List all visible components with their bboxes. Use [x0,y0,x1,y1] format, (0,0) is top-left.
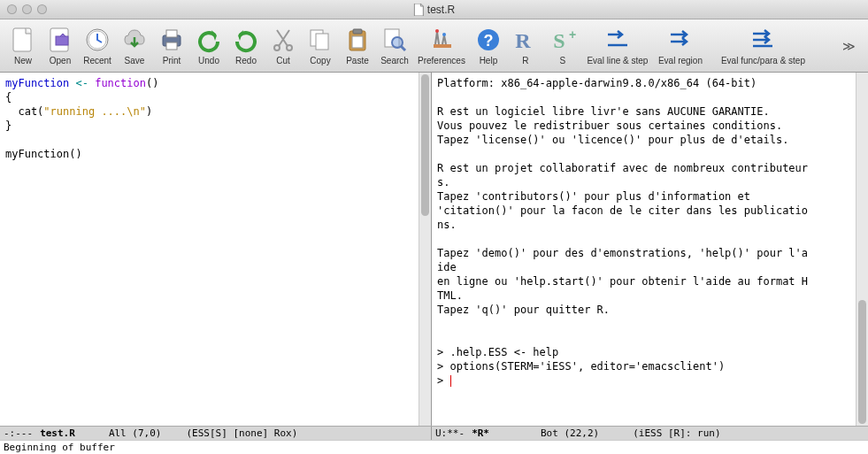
console-line: R est un projet collaboratif avec de nom… [437,162,808,174]
eval-func-icon [749,26,777,54]
svg-rect-17 [434,44,451,48]
toolbar-overflow-button[interactable]: ≫ [842,39,863,53]
source-code[interactable]: myFunction <- function() { cat("running … [0,73,431,165]
editor-area: myFunction <- function() { cat("running … [0,73,868,426]
redo-icon [232,26,260,54]
left-modeline[interactable]: -:--- test.R All (7,0) (ESS[S] [none] Ro… [0,427,432,440]
zoom-window-button[interactable] [37,4,47,14]
undo-label: Undo [198,56,219,65]
window-title-text: test.R [427,4,455,16]
left-pane[interactable]: myFunction <- function() { cat("running … [0,73,432,426]
preferences-button[interactable]: Preferences [414,24,469,67]
modeline-position: All (7,0) [105,427,165,440]
code-token: cat( [5,105,43,118]
svg-text:?: ? [483,32,493,50]
minibuffer-text: Beginning of buffer [4,442,115,453]
console-line: Tapez 'q()' pour quitter R. [437,304,610,316]
minimize-window-button[interactable] [22,4,32,14]
help-label: Help [480,56,498,65]
copy-button[interactable]: Copy [303,24,338,67]
console-line: ide [437,261,457,273]
recent-button[interactable]: Recent [80,24,115,67]
modeline-modes: (ESS[S] [none] Rox) [182,427,301,440]
print-button[interactable]: Print [154,24,189,67]
cursor [450,375,451,387]
svg-text:+: + [569,27,576,42]
search-button[interactable]: Search [377,24,412,67]
right-scrollbar[interactable] [856,73,868,426]
modeline-modes: (iESS [R]: run) [629,427,724,440]
eval-func-label: Eval func/para & step [721,56,805,65]
save-button[interactable]: Save [117,24,152,67]
code-token: myFunction() [5,148,82,160]
r-label: R [522,56,528,65]
help-icon: ? [474,26,503,54]
svg-rect-11 [316,34,328,50]
code-token: "running ....\n" [43,105,146,118]
help-button[interactable]: ? Help [471,24,506,67]
right-pane[interactable]: Platform: x86_64-apple-darwin9.8.0/x86_6… [432,73,868,426]
r-console-output[interactable]: Platform: x86_64-apple-darwin9.8.0/x86_6… [432,73,868,391]
console-line: Tapez 'license()' ou 'licence()' pour pl… [437,134,788,146]
save-icon [120,26,149,54]
paste-icon [343,26,372,54]
modeline-prefix: -:--- [0,427,36,440]
console-line: > [437,374,449,387]
eval-region-button[interactable]: Eval region [655,24,706,67]
eval-region-label: Eval region [658,56,703,65]
preferences-icon [427,26,456,54]
s-button[interactable]: S+ S [545,24,580,67]
eval-line-button[interactable]: Eval line & step [582,24,653,67]
new-button[interactable]: New [5,24,41,67]
console-line: 'citation()' pour la facon de le citer d… [437,204,808,217]
close-window-button[interactable] [7,4,17,14]
traffic-lights [7,4,47,14]
cut-button[interactable]: Cut [265,24,301,67]
redo-label: Redo [235,56,257,65]
copy-label: Copy [310,56,330,65]
copy-icon [306,26,334,54]
paste-button[interactable]: Paste [340,24,375,67]
window-title: test.R [413,4,455,16]
code-token: <- [69,77,95,89]
svg-point-8 [274,45,280,50]
svg-rect-7 [166,42,177,50]
print-icon [157,26,186,54]
cut-label: Cut [276,56,290,65]
modeline-buffer: *R* [468,427,493,440]
svg-text:S: S [553,29,565,52]
console-line: Tapez 'contributors()' pour plus d'infor… [437,190,750,203]
search-label: Search [380,56,409,65]
svg-rect-14 [352,36,363,48]
new-label: New [14,56,32,65]
right-modeline[interactable]: U:**- *R* Bot (22,2) (iESS [R]: run) [432,427,868,440]
left-scrollbar[interactable] [419,73,431,426]
code-token: () [146,77,158,89]
console-line: en ligne ou 'help.start()' pour obtenir … [437,275,808,288]
recent-icon [83,26,111,54]
svg-point-18 [435,29,439,33]
svg-point-9 [287,45,292,50]
s-icon: S+ [549,26,577,54]
svg-rect-13 [353,29,362,34]
eval-func-button[interactable]: Eval func/para & step [708,24,818,67]
preferences-label: Preferences [418,56,465,65]
console-line: Platform: x86_64-apple-darwin9.8.0/x86_6… [437,77,757,89]
svg-rect-6 [166,30,177,37]
modeline-buffer: test.R [36,427,79,440]
r-button[interactable]: R R [508,24,543,67]
code-token: myFunction [5,77,69,89]
titlebar: test.R [0,0,868,19]
modeline-row: -:--- test.R All (7,0) (ESS[S] [none] Ro… [0,426,868,440]
search-icon [380,26,409,54]
undo-icon [195,26,223,54]
redo-button[interactable]: Redo [228,24,264,67]
minibuffer[interactable]: Beginning of buffer [0,440,868,454]
undo-button[interactable]: Undo [191,24,227,67]
svg-point-19 [442,33,446,36]
console-line: Tapez 'demo()' pour des d'emonstrations,… [437,247,808,259]
save-label: Save [125,56,145,65]
modeline-position: Bot (22,2) [537,427,603,440]
console-line: TML. [437,289,463,302]
open-button[interactable]: Open [42,24,78,67]
